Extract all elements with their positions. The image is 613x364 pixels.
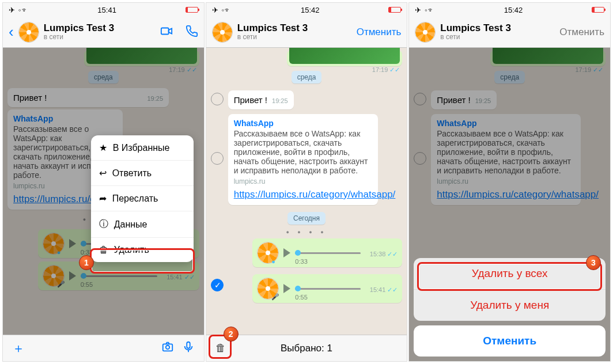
text-message[interactable]: Привет ! 19:25 bbox=[7, 88, 169, 107]
reply-icon: ↩ bbox=[99, 168, 107, 179]
presence: в сети bbox=[440, 33, 555, 41]
date-chip: среда bbox=[292, 71, 322, 84]
chat-title: Lumpics Test 3 bbox=[44, 23, 156, 34]
pager-dots: ● ● ● ● bbox=[211, 229, 403, 235]
mic-icon: 🎤 bbox=[57, 280, 65, 288]
link-preview: Рассказываем все о WatsApp: как зарегист… bbox=[234, 129, 372, 175]
select-radio bbox=[414, 93, 426, 105]
menu-forward[interactable]: ➦Переслать bbox=[91, 186, 194, 211]
status-time: 15:41 bbox=[97, 6, 116, 14]
chat-title-block: Lumpics Test 3 в сети bbox=[237, 23, 352, 41]
battery-icon bbox=[388, 7, 401, 13]
screen-2: ✈︎◦ᯤ 15:42 Lumpics Test 3 в сети Отменит… bbox=[206, 2, 408, 362]
chat-title: Lumpics Test 3 bbox=[440, 23, 555, 34]
voice-track[interactable] bbox=[295, 252, 360, 254]
play-icon[interactable] bbox=[69, 271, 76, 280]
link-message: WhatsApp Рассказываем все о WatsApp: как… bbox=[431, 114, 581, 205]
chat-title: Lumpics Test 3 bbox=[237, 23, 352, 34]
voice-duration: 0:55 bbox=[295, 294, 307, 301]
text-message[interactable]: Привет !19:25 bbox=[228, 90, 294, 109]
avatar[interactable] bbox=[212, 22, 233, 43]
msg-time: 17:19✓✓ bbox=[169, 66, 197, 74]
cancel-button[interactable]: Отменить bbox=[357, 26, 402, 38]
status-bar: ✈︎◦ᯤ 15:42 bbox=[206, 3, 407, 17]
cancel-button: Отменить bbox=[559, 26, 604, 38]
selection-count: Выбрано: 1 bbox=[281, 343, 332, 354]
play-icon[interactable] bbox=[283, 284, 290, 293]
wifi-icon: ◦ᯤ bbox=[425, 6, 435, 14]
msg-sender: WhatsApp bbox=[234, 119, 372, 128]
msg-time: 15:38✓✓ bbox=[370, 251, 398, 258]
presence: в сети bbox=[44, 33, 156, 41]
highlight-ring bbox=[417, 262, 602, 291]
star-icon: ★ bbox=[99, 142, 107, 153]
airplane-icon: ✈︎ bbox=[415, 6, 421, 14]
play-icon[interactable] bbox=[283, 248, 290, 257]
chat-header: Lumpics Test 3 в сети Отменить bbox=[409, 17, 610, 48]
svg-rect-3 bbox=[187, 342, 190, 348]
msg-time: 19:25 bbox=[147, 95, 163, 102]
select-radio-checked[interactable] bbox=[211, 279, 224, 291]
voice-track[interactable] bbox=[295, 288, 360, 290]
msg-time: 17:19✓✓ bbox=[372, 66, 400, 74]
date-chip: среда bbox=[88, 71, 119, 84]
avatar bbox=[415, 22, 436, 43]
chat-title-block: Lumpics Test 3 в сети bbox=[440, 23, 555, 41]
video-call-icon[interactable] bbox=[160, 25, 173, 40]
voice-message-2[interactable]: 🎤 0:55 15:41✓✓ bbox=[252, 274, 402, 303]
date-chip: Сегодня bbox=[287, 212, 326, 225]
menu-star[interactable]: ★В Избранные bbox=[91, 135, 194, 161]
date-chip: среда bbox=[494, 71, 525, 84]
voice-duration: 0:55 bbox=[81, 281, 93, 288]
msg-sender: WhatsApp bbox=[13, 114, 117, 123]
delete-for-me-button[interactable]: Удалить у меня bbox=[414, 290, 606, 321]
msg-time: 17:19✓✓ bbox=[575, 66, 603, 74]
avatar bbox=[43, 233, 65, 255]
svg-rect-0 bbox=[161, 28, 169, 34]
msg-sender: WhatsApp bbox=[437, 119, 575, 128]
airplane-icon: ✈︎ bbox=[9, 6, 15, 14]
chat-header: Lumpics Test 3 в сети Отменить bbox=[206, 17, 407, 48]
camera-button[interactable] bbox=[161, 340, 174, 357]
screen-1: ✈︎◦ᯤ 15:41 ‹ Lumpics Test 3 в сети 17:19… bbox=[2, 2, 205, 362]
input-bar: ＋ bbox=[3, 335, 204, 361]
battery-icon bbox=[592, 7, 604, 13]
wifi-icon: ◦ᯤ bbox=[18, 6, 29, 14]
status-time: 15:42 bbox=[301, 6, 320, 14]
msg-text: Привет ! bbox=[13, 93, 47, 103]
msg-time: 15:41✓✓ bbox=[167, 274, 195, 281]
voice-message-1[interactable]: ● 0:33 15:38✓✓ bbox=[252, 238, 402, 267]
image-message[interactable]: 17:19✓✓ bbox=[287, 50, 402, 66]
link-preview: Рассказываем все о WatsApp: как зарегист… bbox=[437, 129, 575, 175]
menu-info[interactable]: ⓘДанные bbox=[91, 211, 194, 238]
msg-time: 15:41✓✓ bbox=[370, 286, 398, 294]
select-radio[interactable] bbox=[211, 152, 224, 165]
voice-duration: 0:33 bbox=[295, 258, 307, 265]
sheet-cancel-button[interactable]: Отменить bbox=[414, 325, 606, 357]
voice-track[interactable] bbox=[81, 275, 157, 277]
play-icon[interactable] bbox=[69, 239, 76, 248]
info-icon: ⓘ bbox=[99, 218, 108, 230]
image-message[interactable]: 17:19✓✓ bbox=[84, 50, 199, 66]
status-time: 15:42 bbox=[504, 6, 523, 14]
presence: в сети bbox=[237, 33, 352, 41]
attach-button[interactable]: ＋ bbox=[12, 340, 25, 357]
mic-icon: ● bbox=[271, 258, 275, 265]
wifi-icon: ◦ᯤ bbox=[222, 6, 232, 14]
avatar[interactable] bbox=[18, 22, 39, 43]
link-url: https://lumpics.ru/category/whatsapp/ bbox=[437, 189, 575, 200]
link-message[interactable]: WhatsApp Рассказываем все о WatsApp: как… bbox=[228, 114, 378, 205]
step-badge-2: 2 bbox=[224, 327, 239, 342]
voice-call-icon[interactable] bbox=[186, 25, 198, 40]
status-bar: ✈︎◦ᯤ 15:41 bbox=[3, 3, 204, 17]
chat-title-block[interactable]: Lumpics Test 3 в сети bbox=[44, 23, 156, 41]
text-message: Привет !19:25 bbox=[431, 90, 497, 109]
voice-record-button[interactable] bbox=[182, 340, 195, 357]
link-domain: lumpics.ru bbox=[437, 177, 575, 185]
screen-3: ✈︎◦ᯤ 15:42 Lumpics Test 3 в сети Отменит… bbox=[408, 2, 611, 362]
select-radio[interactable] bbox=[211, 93, 224, 105]
link-url[interactable]: https://lumpics.ru/category/whatsapp/ bbox=[234, 189, 372, 200]
menu-reply[interactable]: ↩Ответить bbox=[91, 161, 194, 186]
image-message: 17:19✓✓ bbox=[490, 50, 606, 66]
back-button[interactable]: ‹ bbox=[9, 23, 14, 41]
